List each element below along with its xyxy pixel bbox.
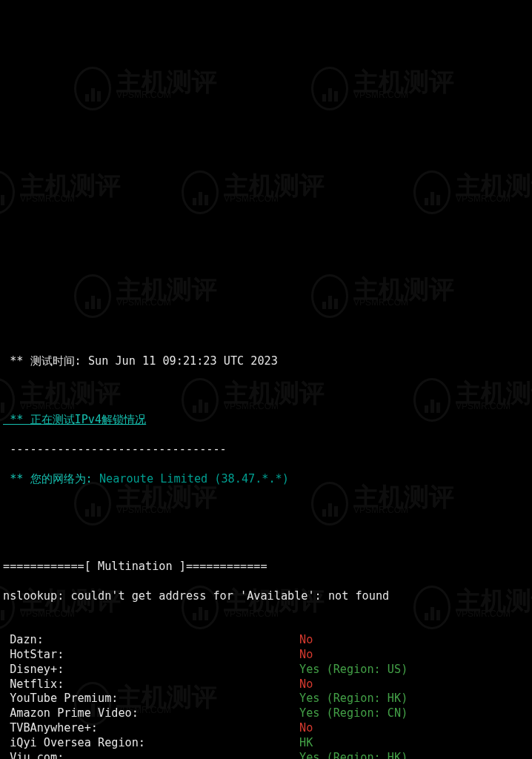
result-value: No — [299, 677, 313, 692]
result-value: HK — [299, 736, 313, 751]
result-label: TVBAnywhere+: — [3, 721, 299, 736]
watermark-text-url: VPSMR.COM — [116, 296, 217, 311]
result-label: Amazon Prime Video: — [3, 706, 299, 721]
watermark-icon — [413, 170, 450, 214]
result-row: HotStar:No — [3, 648, 532, 663]
result-label: YouTube Premium: — [3, 692, 299, 706]
result-value: Yes (Region: HK) — [299, 751, 408, 759]
result-label: Dazn: — [3, 633, 299, 648]
watermark-text-cn: 主机测评 — [116, 75, 217, 90]
terminal-output: ** 测试时间: Sun Jun 11 09:21:23 UTC 2023 **… — [3, 339, 532, 759]
network-label: ** 您的网络为: — [3, 472, 99, 485]
result-value: No — [299, 721, 313, 736]
watermark-text-url: VPSMR.COM — [353, 296, 454, 311]
separator-dashes: -------------------------------- — [3, 443, 227, 456]
watermark-icon — [74, 274, 111, 318]
result-value: Yes (Region: US) — [299, 663, 408, 677]
watermark-text-cn: 主机测评 — [353, 282, 454, 297]
watermark-icon — [0, 170, 15, 214]
result-row: Disney+:Yes (Region: US) — [3, 663, 532, 677]
result-row: Amazon Prime Video:Yes (Region: CN) — [3, 706, 532, 721]
result-label: Netflix: — [3, 677, 299, 692]
result-label: Disney+: — [3, 663, 299, 677]
result-value: No — [299, 648, 313, 663]
watermark-text-url: VPSMR.COM — [20, 192, 121, 207]
test-time-value: Sun Jun 11 09:21:23 UTC 2023 — [88, 354, 278, 368]
watermark-text-cn: 主机测评 — [353, 75, 454, 90]
watermark-text-url: VPSMR.COM — [456, 192, 532, 207]
watermark-text-cn: 主机测评 — [116, 282, 217, 297]
result-value: No — [299, 633, 313, 648]
watermark-text-url: VPSMR.COM — [353, 88, 454, 103]
result-label: Viu.com: — [3, 751, 299, 759]
result-row: YouTube Premium:Yes (Region: HK) — [3, 692, 532, 706]
result-label: HotStar: — [3, 648, 299, 663]
watermark-text-cn: 主机测评 — [224, 179, 325, 193]
result-label: iQyi Oversea Region: — [3, 736, 299, 751]
network-value: Nearoute Limited (38.47.*.*) — [99, 472, 289, 485]
watermark-text-cn: 主机测评 — [20, 179, 121, 193]
watermark-text-url: VPSMR.COM — [224, 192, 325, 207]
watermark-text-cn: 主机测评 — [456, 179, 532, 193]
watermark-text-url: VPSMR.COM — [116, 88, 217, 103]
result-row: Viu.com:Yes (Region: HK) — [3, 751, 532, 759]
result-row: TVBAnywhere+:No — [3, 721, 532, 736]
result-row: Dazn:No — [3, 633, 532, 648]
result-row: Netflix:No — [3, 677, 532, 692]
nslookup-error: nslookup: couldn't get address for 'Avai… — [3, 589, 389, 603]
watermark-icon — [74, 67, 111, 110]
watermark-icon — [182, 170, 219, 214]
result-value: Yes (Region: CN) — [299, 706, 408, 721]
result-row: iQyi Oversea Region:HK — [3, 736, 532, 751]
watermark-icon — [311, 274, 348, 318]
watermark-icon — [311, 67, 348, 110]
result-value: Yes (Region: HK) — [299, 692, 408, 706]
ipv4-test-header: ** 正在测试IPv4解锁情况 — [3, 413, 146, 426]
test-time-label: ** 测试时间: — [3, 354, 88, 368]
section-header-multination: ============[ Multination ]============ — [3, 560, 267, 573]
